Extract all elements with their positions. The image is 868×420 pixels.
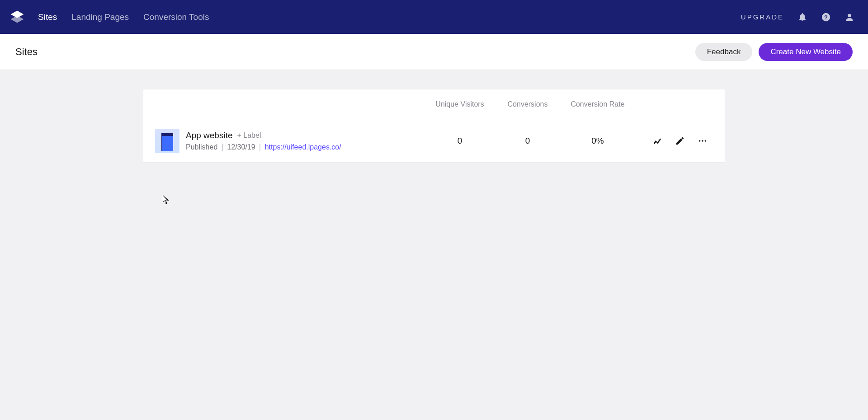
svg-marker-1: [11, 15, 24, 23]
analytics-icon[interactable]: [652, 136, 662, 146]
svg-point-7: [705, 140, 707, 142]
site-thumbnail[interactable]: [155, 129, 179, 153]
nav-links: Sites Landing Pages Conversion Tools: [38, 12, 209, 22]
subheader: Sites Feedback Create New Website: [0, 34, 868, 70]
layers-icon: [9, 9, 25, 25]
site-info: App website + Label Published | 12/30/19…: [186, 131, 424, 151]
svg-point-4: [848, 14, 851, 17]
site-title[interactable]: App website: [186, 131, 233, 140]
site-row: App website + Label Published | 12/30/19…: [143, 119, 725, 162]
svg-point-6: [702, 140, 703, 142]
add-label-button[interactable]: + Label: [237, 131, 261, 140]
site-url[interactable]: https://uifeed.lpages.co/: [265, 143, 341, 151]
site-meta: Published | 12/30/19 | https://uifeed.lp…: [186, 143, 424, 151]
feedback-button[interactable]: Feedback: [695, 43, 753, 61]
col-unique-visitors: Unique Visitors: [424, 100, 496, 108]
col-conversions: Conversions: [496, 100, 559, 108]
site-date: 12/30/19: [227, 143, 255, 151]
stat-rate: 0%: [559, 136, 636, 146]
brand-logo[interactable]: [9, 9, 25, 25]
cursor-icon: [163, 195, 169, 204]
create-website-button[interactable]: Create New Website: [759, 43, 853, 61]
sites-table-header: Unique Visitors Conversions Conversion R…: [143, 89, 725, 119]
bell-icon[interactable]: [797, 12, 807, 22]
page-title: Sites: [15, 46, 38, 58]
subheader-actions: Feedback Create New Website: [695, 43, 853, 61]
top-nav: Sites Landing Pages Conversion Tools UPG…: [0, 0, 868, 34]
upgrade-link[interactable]: UPGRADE: [741, 13, 784, 21]
svg-text:?: ?: [824, 14, 828, 20]
nav-right: UPGRADE ?: [741, 12, 854, 22]
content: Unique Visitors Conversions Conversion R…: [0, 70, 868, 182]
edit-icon[interactable]: [675, 136, 685, 146]
col-conversion-rate: Conversion Rate: [559, 100, 636, 108]
site-status: Published: [186, 143, 217, 151]
more-icon[interactable]: [698, 136, 708, 146]
stat-conversions: 0: [496, 136, 559, 146]
nav-item-sites[interactable]: Sites: [38, 12, 57, 22]
sites-card: Unique Visitors Conversions Conversion R…: [143, 89, 725, 163]
row-actions: [636, 136, 713, 146]
stat-visitors: 0: [424, 136, 496, 146]
nav-item-conversion-tools[interactable]: Conversion Tools: [143, 12, 209, 22]
nav-item-landing-pages[interactable]: Landing Pages: [71, 12, 129, 22]
user-icon[interactable]: [844, 12, 854, 22]
svg-point-5: [699, 140, 701, 142]
help-icon[interactable]: ?: [821, 12, 831, 22]
